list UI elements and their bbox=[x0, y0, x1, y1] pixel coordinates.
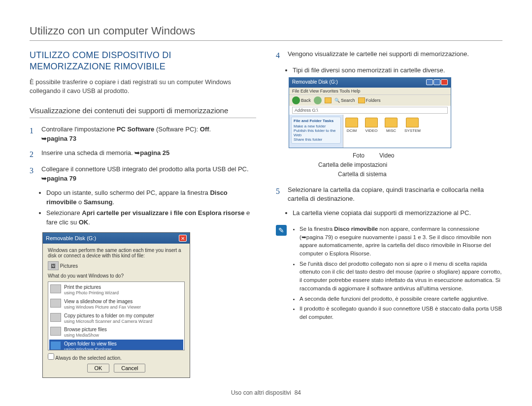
step-3: 3 Collegare il connettore USB integrato … bbox=[30, 165, 256, 184]
explorer-callouts: Foto Video Cartella delle impostazioni C… bbox=[289, 151, 502, 180]
folders-button[interactable]: Folders bbox=[358, 97, 381, 103]
explorer-title-text: Removable Disk (G:) bbox=[292, 79, 338, 86]
note-item: Se la finestra Disco rimovibile non appa… bbox=[299, 225, 502, 258]
copy-icon bbox=[50, 313, 61, 322]
back-button[interactable]: Back bbox=[292, 96, 311, 104]
page-footer: Uso con altri dispositivi 84 bbox=[0, 389, 532, 396]
note-list: Se la finestra Disco rimovibile non appa… bbox=[299, 225, 502, 323]
sidebar-link[interactable]: Publish this folder to the Web bbox=[294, 128, 338, 137]
slideshow-icon bbox=[50, 299, 61, 308]
callout-video: Video bbox=[379, 151, 394, 160]
window-buttons bbox=[426, 79, 448, 86]
browse-icon bbox=[50, 327, 61, 336]
sidebar-link[interactable]: Make a new folder bbox=[294, 124, 338, 128]
back-icon bbox=[292, 96, 300, 104]
explorer-window: Removable Disk (G:) File Edit View Favor… bbox=[289, 77, 451, 148]
subheading: Visualizzazione dei contenuti dei suppor… bbox=[30, 103, 256, 118]
list-item[interactable]: Browse picture filesusing MediaShow bbox=[49, 325, 183, 340]
step-2: 2 Inserire una scheda di memoria. ➥pagin… bbox=[30, 149, 256, 160]
step-2-text: Inserire una scheda di memoria. bbox=[41, 149, 134, 156]
wizard-icon bbox=[50, 284, 61, 293]
sidebar-link[interactable]: Share this folder bbox=[294, 137, 338, 142]
step-5-bullet-1: La cartella viene copiata dai supporti d… bbox=[293, 209, 502, 218]
close-icon[interactable]: ✕ bbox=[179, 235, 187, 242]
step-3-bullet-1: Dopo un istante, sullo schermo del PC, a… bbox=[46, 188, 256, 207]
step-5: 5 Selezionare la cartella da copiare, qu… bbox=[276, 186, 502, 204]
explorer-sidebar: File and Folder Tasks Make a new folder … bbox=[289, 115, 343, 148]
section-heading: UTILIZZO COME DISPOSITIVO DI MEMORIZZAZI… bbox=[30, 50, 256, 73]
step-1-text: Controllare l'impostazione bbox=[41, 125, 117, 133]
folders-icon bbox=[358, 97, 365, 103]
footer-page-number: 84 bbox=[295, 389, 301, 396]
ok-button[interactable]: OK bbox=[87, 364, 110, 373]
right-column: 4 Vengono visualizzate le cartelle nei s… bbox=[276, 50, 502, 378]
list-item[interactable]: View a slideshow of the imagesusing Wind… bbox=[49, 297, 183, 312]
intro-paragraph: È possibile trasferire o copiare i dati … bbox=[30, 78, 256, 95]
callout-system: Cartella di sistema bbox=[338, 170, 502, 179]
step-1-bold2: Off bbox=[200, 125, 209, 133]
callout-foto: Foto bbox=[353, 151, 365, 160]
step-4-bullets: Tipi di file diversi sono memorizzati in… bbox=[293, 66, 502, 75]
page-title: Utilizzo con un computer Windows bbox=[30, 25, 502, 37]
always-checkbox-input[interactable] bbox=[48, 353, 54, 360]
dialog-action-list[interactable]: Print the picturesusing Photo Printing W… bbox=[48, 281, 185, 350]
folder-item[interactable]: SYSTEM bbox=[404, 118, 421, 145]
folder-item[interactable]: VIDEO bbox=[365, 118, 378, 145]
folder-icon bbox=[385, 118, 398, 127]
step-3-bullet-2: Selezionare Apri cartelle per visualizza… bbox=[46, 209, 256, 227]
step-5-text: Selezionare la cartella da copiare, quin… bbox=[288, 186, 502, 204]
list-item[interactable]: Print the picturesusing Photo Printing W… bbox=[49, 283, 183, 297]
step-4: 4 Vengono visualizzate le cartelle nei s… bbox=[276, 50, 502, 61]
dialog-intro: Windows can perform the same action each… bbox=[48, 248, 185, 258]
sidebar-panel-tasks: File and Folder Tasks Make a new folder … bbox=[291, 117, 341, 144]
title-divider bbox=[30, 40, 502, 41]
dialog-titlebar: Removable Disk (G:) ✕ bbox=[43, 233, 190, 244]
sidebar-panel-title: File and Folder Tasks bbox=[294, 119, 338, 123]
dialog-always-checkbox[interactable]: Always do the selected action. bbox=[48, 353, 185, 361]
step-1-pageref: ➥pagina 73 bbox=[41, 135, 76, 142]
step-1: 1 Controllare l'impostazione PC Software… bbox=[30, 125, 256, 144]
step-number: 1 bbox=[30, 125, 36, 144]
folder-icon bbox=[365, 118, 378, 127]
note-item: A seconda delle funzioni del prodotto, è… bbox=[299, 295, 502, 303]
always-checkbox-label: Always do the selected action. bbox=[55, 355, 122, 361]
step-number: 3 bbox=[30, 165, 36, 184]
note-icon: ✎ bbox=[276, 225, 287, 236]
step-number: 2 bbox=[30, 149, 36, 160]
step-3-bullets: Dopo un istante, sullo schermo del PC, a… bbox=[46, 188, 256, 227]
dialog-title-text: Removable Disk (G:) bbox=[46, 235, 96, 241]
footer-section: Uso con altri dispositivi bbox=[231, 389, 291, 396]
removable-disk-dialog: Removable Disk (G:) ✕ Windows can perfor… bbox=[42, 232, 190, 378]
close-icon[interactable] bbox=[441, 79, 448, 85]
folder-item[interactable]: MISC bbox=[385, 118, 398, 145]
step-5-bullets: La cartella viene copiata dai supporti d… bbox=[293, 209, 502, 218]
minimize-icon[interactable] bbox=[426, 79, 433, 85]
maximize-icon[interactable] bbox=[433, 79, 440, 85]
explorer-titlebar: Removable Disk (G:) bbox=[289, 78, 451, 88]
explorer-toolbar: Back 🔍 Search Folders bbox=[289, 94, 451, 106]
up-folder-icon[interactable] bbox=[325, 97, 332, 103]
forward-icon[interactable] bbox=[314, 96, 322, 104]
dialog-filetype-label: Pictures bbox=[60, 263, 78, 269]
explorer-content: DCIM VIDEO MISC SYSTEM bbox=[343, 115, 451, 148]
step-number: 4 bbox=[276, 50, 283, 61]
step-number: 5 bbox=[276, 186, 283, 204]
list-item[interactable]: Copy pictures to a folder on my computer… bbox=[49, 312, 183, 326]
cancel-button[interactable]: Cancel bbox=[114, 364, 145, 373]
explorer-address-bar[interactable]: Address G:\ bbox=[292, 107, 448, 114]
section-heading-line1: UTILIZZO COME DISPOSITIVO DI bbox=[30, 50, 171, 60]
folder-icon bbox=[345, 118, 358, 127]
step-4-bullet-1: Tipi di file diversi sono memorizzati in… bbox=[293, 66, 502, 75]
folder-item[interactable]: DCIM bbox=[345, 118, 358, 145]
search-button[interactable]: 🔍 Search bbox=[334, 98, 355, 103]
step-3-text: Collegare il connettore USB integrato de… bbox=[41, 165, 249, 173]
list-item-selected[interactable]: Open folder to view filesusing Windows E… bbox=[49, 340, 183, 350]
note-item: Il prodotto è scollegato quando il suo c… bbox=[299, 305, 502, 321]
step-1-mid: (Software PC): bbox=[154, 125, 200, 133]
dialog-filetype: 🖼 Pictures bbox=[48, 261, 185, 270]
step-3-pageref: ➥pagina 79 bbox=[41, 175, 76, 182]
step-4-text: Vengono visualizzate le cartelle nei sup… bbox=[288, 50, 469, 61]
step-2-pageref: ➥pagina 25 bbox=[134, 149, 169, 156]
explorer-menubar[interactable]: File Edit View Favorites Tools Help bbox=[289, 88, 451, 94]
note-item: Se l'unità disco del prodotto collegato … bbox=[299, 260, 502, 293]
